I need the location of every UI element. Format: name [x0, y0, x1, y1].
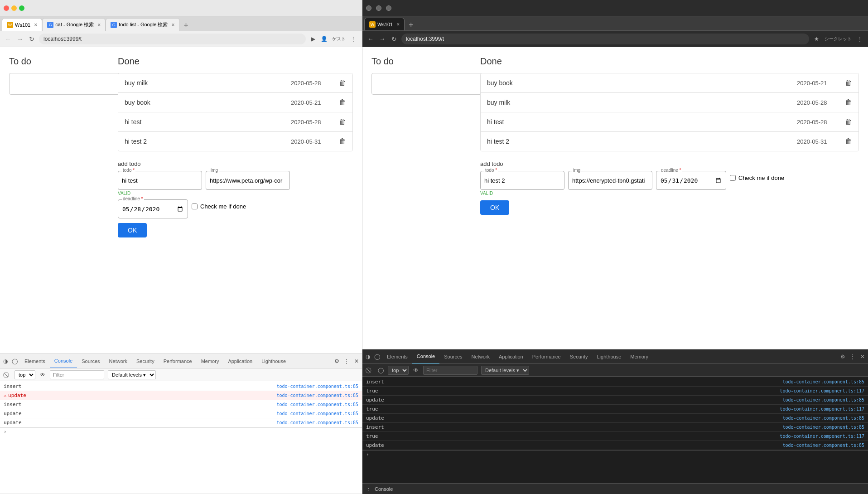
devtools-tab-lighthouse-right[interactable]: Lighthouse	[592, 349, 626, 364]
devtools-bottom-icon[interactable]: ⋮	[366, 486, 371, 492]
todo-field-right: todo *	[480, 171, 564, 190]
devtools-tab-sources[interactable]: Sources	[77, 354, 104, 368]
devtools-left: ◑ ◯ Elements Console Sources Network Sec…	[0, 354, 362, 494]
todo-input-field-left[interactable]	[122, 177, 198, 184]
levels-select-right[interactable]: Default levels ▾	[481, 366, 529, 375]
console-row-2-right: update todo-container.component.ts:85	[362, 396, 868, 405]
devtools-more-icon-right[interactable]: ⋮	[849, 353, 856, 360]
forward-button-left[interactable]: →	[15, 34, 24, 44]
address-input-left[interactable]	[39, 34, 306, 44]
back-button-right[interactable]: ←	[366, 34, 375, 44]
done-item-name-2-left: hi test	[125, 118, 291, 126]
devtools-tab-performance-right[interactable]: Performance	[528, 349, 565, 364]
devtools-tab-memory-right[interactable]: Memory	[626, 349, 653, 364]
devtools-settings-icon-right[interactable]: ⚙	[839, 353, 846, 360]
img-input-field-left[interactable]	[210, 177, 286, 184]
devtools-tabs-right: ◑ ◯ Elements Console Sources Network App…	[362, 349, 868, 364]
done-checkbox-left[interactable]	[192, 203, 198, 209]
add-todo-section-left: add todo todo * VALID img	[118, 160, 353, 237]
deadline-field-left: deadline *	[118, 199, 188, 218]
deadline-input-field-right[interactable]	[660, 177, 722, 184]
add-todo-fields-right: todo * VALID img deadline *	[480, 171, 859, 196]
cast-icon[interactable]: ▶	[309, 34, 318, 44]
filter-input-left[interactable]	[50, 370, 104, 379]
devtools-tab-memory[interactable]: Memory	[197, 354, 224, 368]
devtools-close-icon[interactable]: ✕	[353, 358, 360, 365]
devtools-ban-icon[interactable]: ⃠	[4, 371, 11, 378]
devtools-tab-network-right[interactable]: Network	[467, 349, 494, 364]
devtools-tab-network[interactable]: Network	[105, 354, 132, 368]
tab-close-ws101-right[interactable]: ×	[396, 21, 400, 28]
devtools-settings-icon[interactable]: ⚙	[333, 358, 340, 365]
filter-input-right[interactable]	[423, 366, 477, 375]
tab-cat[interactable]: G cat - Google 検索 ×	[42, 18, 106, 31]
tab-close-cat[interactable]: ×	[97, 22, 101, 28]
devtools-tab-application-right[interactable]: Application	[494, 349, 528, 364]
favicon-ws101-right: W	[369, 21, 376, 28]
new-tab-button-right[interactable]: +	[405, 19, 416, 30]
devtools-close-icon-right[interactable]: ✕	[859, 353, 866, 360]
refresh-button-right[interactable]: ↻	[390, 34, 399, 44]
devtools-clear-icon-right[interactable]: ◯	[377, 367, 384, 374]
done-item-delete-0-right[interactable]: 🗑	[845, 79, 852, 87]
done-checkbox-right[interactable]	[730, 175, 736, 181]
devtools-tab-elements[interactable]: Elements	[20, 354, 50, 368]
devtools-inspect-icon[interactable]: ◑	[2, 358, 9, 365]
done-item-delete-1-left[interactable]: 🗑	[339, 98, 346, 107]
todo-input-field-right[interactable]	[484, 177, 560, 184]
tab-close-todo[interactable]: ×	[171, 22, 174, 28]
done-item-date-1-right: 2020-05-28	[797, 99, 838, 106]
menu-icon-right[interactable]: ⋮	[855, 34, 864, 44]
ok-button-left[interactable]: OK	[118, 223, 147, 237]
devtools-tab-security[interactable]: Security	[132, 354, 159, 368]
tab-todo[interactable]: G todo list - Google 検索 ×	[106, 18, 179, 31]
maximize-button-left[interactable]	[19, 5, 24, 11]
deadline-input-field-left[interactable]	[122, 205, 184, 213]
devtools-device-icon-right[interactable]: ◯	[373, 353, 381, 360]
minimize-button-right[interactable]	[376, 5, 381, 11]
tab-ws101[interactable]: W Ws101 ×	[2, 18, 42, 31]
forward-button-right[interactable]: →	[378, 34, 387, 44]
img-input-field-right[interactable]	[572, 177, 648, 184]
done-item-delete-3-left[interactable]: 🗑	[339, 137, 346, 145]
context-select-right[interactable]: top	[388, 366, 409, 375]
devtools-inspect-icon-right[interactable]: ◑	[364, 353, 371, 360]
profile-icon[interactable]: 👤	[319, 34, 328, 44]
levels-select-left[interactable]: Default levels ▾	[108, 370, 156, 379]
devtools-tab-performance[interactable]: Performance	[159, 354, 197, 368]
address-input-right[interactable]	[401, 34, 809, 44]
close-button-right[interactable]	[366, 5, 371, 11]
valid-text-right: VALID	[480, 191, 564, 196]
devtools-tab-lighthouse[interactable]: Lighthouse	[257, 354, 290, 368]
done-item-3-right: hi test 2 2020-05-31 🗑	[481, 132, 858, 151]
devtools-ban-icon-right[interactable]: ⃠	[366, 367, 373, 374]
done-item-delete-1-right[interactable]: 🗑	[845, 98, 852, 107]
new-tab-button-left[interactable]: +	[181, 20, 192, 31]
devtools-tab-elements-right[interactable]: Elements	[382, 349, 412, 364]
done-item-delete-0-left[interactable]: 🗑	[339, 79, 346, 87]
devtools-tab-console-right[interactable]: Console	[412, 349, 439, 364]
devtools-eye-icon[interactable]: 👁	[39, 371, 46, 378]
done-item-delete-2-right[interactable]: 🗑	[845, 118, 852, 126]
devtools-tab-security-right[interactable]: Security	[565, 349, 593, 364]
back-button-left[interactable]: ←	[4, 34, 13, 44]
done-item-delete-3-right[interactable]: 🗑	[845, 137, 852, 145]
tab-ws101-right[interactable]: W Ws101 ×	[364, 18, 405, 30]
devtools-more-icon[interactable]: ⋮	[343, 358, 350, 365]
star-icon-right[interactable]: ★	[812, 34, 821, 44]
devtools-tab-sources-right[interactable]: Sources	[439, 349, 467, 364]
minimize-button-left[interactable]	[11, 5, 17, 11]
close-button-left[interactable]	[4, 5, 9, 11]
devtools-tab-application[interactable]: Application	[223, 354, 257, 368]
maximize-button-right[interactable]	[386, 5, 391, 11]
devtools-tab-console[interactable]: Console	[50, 354, 77, 368]
refresh-button-left[interactable]: ↻	[27, 34, 36, 44]
context-select-left[interactable]: top	[14, 370, 35, 379]
done-item-name-1-right: buy milk	[487, 99, 797, 106]
devtools-eye-icon-right[interactable]: 👁	[412, 367, 420, 374]
done-item-delete-2-left[interactable]: 🗑	[339, 118, 346, 126]
ok-button-right[interactable]: OK	[480, 200, 509, 215]
tab-close-ws101[interactable]: ×	[34, 22, 37, 28]
menu-icon-left[interactable]: ⋮	[349, 34, 358, 44]
devtools-device-icon[interactable]: ◯	[11, 358, 18, 365]
